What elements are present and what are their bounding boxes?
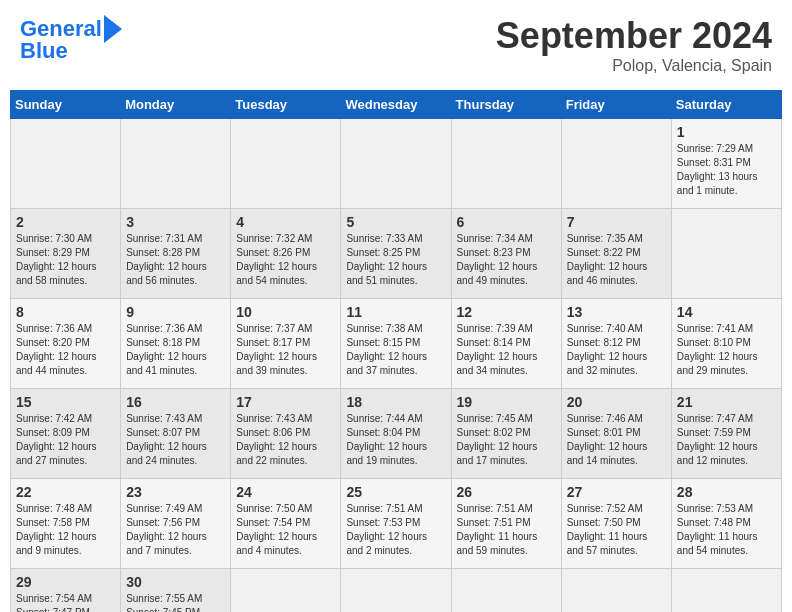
- title-section: September 2024 Polop, Valencia, Spain: [496, 15, 772, 75]
- day-cell: 24Sunrise: 7:50 AMSunset: 7:54 PMDayligh…: [231, 479, 341, 569]
- day-number: 2: [16, 214, 115, 230]
- day-cell: 25Sunrise: 7:51 AMSunset: 7:53 PMDayligh…: [341, 479, 451, 569]
- calendar-week-row: 22Sunrise: 7:48 AMSunset: 7:58 PMDayligh…: [11, 479, 782, 569]
- day-number: 23: [126, 484, 225, 500]
- empty-cell: [341, 119, 451, 209]
- day-number: 29: [16, 574, 115, 590]
- day-info: Sunrise: 7:44 AMSunset: 8:04 PMDaylight:…: [346, 412, 445, 468]
- day-info: Sunrise: 7:36 AMSunset: 8:20 PMDaylight:…: [16, 322, 115, 378]
- day-cell: 28Sunrise: 7:53 AMSunset: 7:48 PMDayligh…: [671, 479, 781, 569]
- header-day-monday: Monday: [121, 91, 231, 119]
- day-number: 22: [16, 484, 115, 500]
- calendar-week-row: 1Sunrise: 7:29 AMSunset: 8:31 PMDaylight…: [11, 119, 782, 209]
- day-number: 28: [677, 484, 776, 500]
- day-number: 12: [457, 304, 556, 320]
- day-number: 7: [567, 214, 666, 230]
- day-info: Sunrise: 7:40 AMSunset: 8:12 PMDaylight:…: [567, 322, 666, 378]
- empty-cell: [231, 119, 341, 209]
- day-cell: 9Sunrise: 7:36 AMSunset: 8:18 PMDaylight…: [121, 299, 231, 389]
- day-cell: 22Sunrise: 7:48 AMSunset: 7:58 PMDayligh…: [11, 479, 121, 569]
- day-cell: 19Sunrise: 7:45 AMSunset: 8:02 PMDayligh…: [451, 389, 561, 479]
- day-number: 15: [16, 394, 115, 410]
- day-cell: 10Sunrise: 7:37 AMSunset: 8:17 PMDayligh…: [231, 299, 341, 389]
- day-info: Sunrise: 7:39 AMSunset: 8:14 PMDaylight:…: [457, 322, 556, 378]
- calendar-week-row: 8Sunrise: 7:36 AMSunset: 8:20 PMDaylight…: [11, 299, 782, 389]
- day-cell: 15Sunrise: 7:42 AMSunset: 8:09 PMDayligh…: [11, 389, 121, 479]
- day-info: Sunrise: 7:43 AMSunset: 8:07 PMDaylight:…: [126, 412, 225, 468]
- day-info: Sunrise: 7:38 AMSunset: 8:15 PMDaylight:…: [346, 322, 445, 378]
- day-info: Sunrise: 7:31 AMSunset: 8:28 PMDaylight:…: [126, 232, 225, 288]
- day-info: Sunrise: 7:34 AMSunset: 8:23 PMDaylight:…: [457, 232, 556, 288]
- day-number: 9: [126, 304, 225, 320]
- day-number: 16: [126, 394, 225, 410]
- day-cell: 6Sunrise: 7:34 AMSunset: 8:23 PMDaylight…: [451, 209, 561, 299]
- day-info: Sunrise: 7:37 AMSunset: 8:17 PMDaylight:…: [236, 322, 335, 378]
- day-number: 26: [457, 484, 556, 500]
- day-number: 1: [677, 124, 776, 140]
- location-subtitle: Polop, Valencia, Spain: [496, 57, 772, 75]
- day-number: 24: [236, 484, 335, 500]
- day-info: Sunrise: 7:51 AMSunset: 7:51 PMDaylight:…: [457, 502, 556, 558]
- day-info: Sunrise: 7:29 AMSunset: 8:31 PMDaylight:…: [677, 142, 776, 198]
- empty-cell: [561, 119, 671, 209]
- calendar-table: SundayMondayTuesdayWednesdayThursdayFrid…: [10, 90, 782, 612]
- empty-cell: [561, 569, 671, 613]
- header-day-wednesday: Wednesday: [341, 91, 451, 119]
- empty-cell: [671, 569, 781, 613]
- day-cell: 27Sunrise: 7:52 AMSunset: 7:50 PMDayligh…: [561, 479, 671, 569]
- day-info: Sunrise: 7:49 AMSunset: 7:56 PMDaylight:…: [126, 502, 225, 558]
- day-cell: 8Sunrise: 7:36 AMSunset: 8:20 PMDaylight…: [11, 299, 121, 389]
- day-info: Sunrise: 7:50 AMSunset: 7:54 PMDaylight:…: [236, 502, 335, 558]
- day-info: Sunrise: 7:47 AMSunset: 7:59 PMDaylight:…: [677, 412, 776, 468]
- day-cell: 2Sunrise: 7:30 AMSunset: 8:29 PMDaylight…: [11, 209, 121, 299]
- day-cell: 5Sunrise: 7:33 AMSunset: 8:25 PMDaylight…: [341, 209, 451, 299]
- day-info: Sunrise: 7:48 AMSunset: 7:58 PMDaylight:…: [16, 502, 115, 558]
- day-info: Sunrise: 7:46 AMSunset: 8:01 PMDaylight:…: [567, 412, 666, 468]
- day-info: Sunrise: 7:51 AMSunset: 7:53 PMDaylight:…: [346, 502, 445, 558]
- day-number: 18: [346, 394, 445, 410]
- header-day-sunday: Sunday: [11, 91, 121, 119]
- day-number: 21: [677, 394, 776, 410]
- empty-cell: [121, 119, 231, 209]
- calendar-week-row: 15Sunrise: 7:42 AMSunset: 8:09 PMDayligh…: [11, 389, 782, 479]
- day-number: 3: [126, 214, 225, 230]
- header: General Blue September 2024 Polop, Valen…: [10, 10, 782, 80]
- empty-cell: [341, 569, 451, 613]
- day-cell: 3Sunrise: 7:31 AMSunset: 8:28 PMDaylight…: [121, 209, 231, 299]
- empty-cell: [671, 209, 781, 299]
- header-day-friday: Friday: [561, 91, 671, 119]
- empty-cell: [231, 569, 341, 613]
- day-cell: 21Sunrise: 7:47 AMSunset: 7:59 PMDayligh…: [671, 389, 781, 479]
- month-title: September 2024: [496, 15, 772, 57]
- day-info: Sunrise: 7:52 AMSunset: 7:50 PMDaylight:…: [567, 502, 666, 558]
- header-row: SundayMondayTuesdayWednesdayThursdayFrid…: [11, 91, 782, 119]
- day-number: 6: [457, 214, 556, 230]
- day-cell: 17Sunrise: 7:43 AMSunset: 8:06 PMDayligh…: [231, 389, 341, 479]
- day-cell: 20Sunrise: 7:46 AMSunset: 8:01 PMDayligh…: [561, 389, 671, 479]
- day-number: 11: [346, 304, 445, 320]
- day-cell: 7Sunrise: 7:35 AMSunset: 8:22 PMDaylight…: [561, 209, 671, 299]
- empty-cell: [11, 119, 121, 209]
- day-info: Sunrise: 7:30 AMSunset: 8:29 PMDaylight:…: [16, 232, 115, 288]
- day-info: Sunrise: 7:33 AMSunset: 8:25 PMDaylight:…: [346, 232, 445, 288]
- day-info: Sunrise: 7:36 AMSunset: 8:18 PMDaylight:…: [126, 322, 225, 378]
- header-day-tuesday: Tuesday: [231, 91, 341, 119]
- empty-cell: [451, 119, 561, 209]
- day-number: 25: [346, 484, 445, 500]
- day-number: 10: [236, 304, 335, 320]
- day-number: 5: [346, 214, 445, 230]
- day-number: 14: [677, 304, 776, 320]
- day-number: 4: [236, 214, 335, 230]
- day-cell: 23Sunrise: 7:49 AMSunset: 7:56 PMDayligh…: [121, 479, 231, 569]
- day-cell: 26Sunrise: 7:51 AMSunset: 7:51 PMDayligh…: [451, 479, 561, 569]
- day-cell: 14Sunrise: 7:41 AMSunset: 8:10 PMDayligh…: [671, 299, 781, 389]
- empty-cell: [451, 569, 561, 613]
- day-cell: 4Sunrise: 7:32 AMSunset: 8:26 PMDaylight…: [231, 209, 341, 299]
- day-cell: 1Sunrise: 7:29 AMSunset: 8:31 PMDaylight…: [671, 119, 781, 209]
- day-number: 20: [567, 394, 666, 410]
- day-info: Sunrise: 7:55 AMSunset: 7:45 PMDaylight:…: [126, 592, 225, 612]
- day-info: Sunrise: 7:53 AMSunset: 7:48 PMDaylight:…: [677, 502, 776, 558]
- day-cell: 30Sunrise: 7:55 AMSunset: 7:45 PMDayligh…: [121, 569, 231, 613]
- day-info: Sunrise: 7:45 AMSunset: 8:02 PMDaylight:…: [457, 412, 556, 468]
- logo: General Blue: [20, 15, 122, 63]
